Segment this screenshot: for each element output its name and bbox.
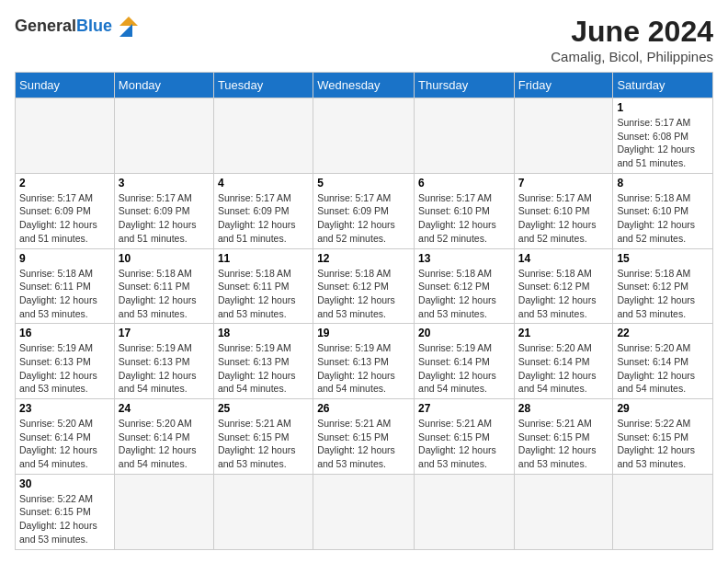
day-info: Sunrise: 5:17 AMSunset: 6:10 PMDaylight:… (518, 191, 609, 246)
day-info: Sunrise: 5:17 AMSunset: 6:09 PMDaylight:… (19, 191, 110, 246)
calendar-cell: 27Sunrise: 5:21 AMSunset: 6:15 PMDayligh… (415, 399, 515, 475)
calendar-cell: 13Sunrise: 5:18 AMSunset: 6:12 PMDayligh… (415, 248, 515, 324)
day-number: 25 (218, 402, 309, 415)
calendar-cell: 29Sunrise: 5:22 AMSunset: 6:15 PMDayligh… (613, 399, 713, 475)
day-number: 2 (19, 177, 110, 190)
calendar-cell: 21Sunrise: 5:20 AMSunset: 6:14 PMDayligh… (514, 324, 613, 399)
week-row-2: 2Sunrise: 5:17 AMSunset: 6:09 PMDaylight… (16, 173, 713, 248)
day-header-thursday: Thursday (415, 73, 515, 98)
calendar-cell: 12Sunrise: 5:18 AMSunset: 6:12 PMDayligh… (313, 248, 415, 324)
day-number: 16 (19, 327, 110, 339)
calendar-cell (114, 98, 213, 174)
day-number: 29 (617, 402, 709, 415)
day-header-saturday: Saturday (613, 73, 713, 98)
week-row-5: 23Sunrise: 5:20 AMSunset: 6:14 PMDayligh… (16, 399, 713, 475)
calendar-cell: 18Sunrise: 5:19 AMSunset: 6:13 PMDayligh… (213, 324, 313, 399)
week-row-1: 1Sunrise: 5:17 AMSunset: 6:08 PMDaylight… (16, 98, 713, 174)
day-info: Sunrise: 5:17 AMSunset: 6:08 PMDaylight:… (617, 116, 709, 170)
day-number: 23 (19, 402, 110, 415)
day-number: 14 (518, 252, 609, 265)
day-info: Sunrise: 5:21 AMSunset: 6:15 PMDaylight:… (518, 417, 609, 471)
day-info: Sunrise: 5:17 AMSunset: 6:10 PMDaylight:… (418, 191, 510, 246)
day-info: Sunrise: 5:19 AMSunset: 6:13 PMDaylight:… (119, 341, 210, 396)
day-header-friday: Friday (514, 73, 613, 98)
day-info: Sunrise: 5:21 AMSunset: 6:15 PMDaylight:… (218, 417, 309, 471)
day-info: Sunrise: 5:18 AMSunset: 6:12 PMDaylight:… (418, 267, 510, 321)
day-info: Sunrise: 5:20 AMSunset: 6:14 PMDaylight:… (518, 341, 609, 396)
calendar-cell: 8Sunrise: 5:18 AMSunset: 6:10 PMDaylight… (613, 173, 713, 248)
day-info: Sunrise: 5:17 AMSunset: 6:09 PMDaylight:… (119, 191, 210, 246)
day-number: 17 (119, 327, 210, 339)
calendar-cell (415, 98, 515, 174)
day-number: 26 (317, 402, 410, 415)
day-number: 3 (119, 177, 210, 190)
calendar-cell: 28Sunrise: 5:21 AMSunset: 6:15 PMDayligh… (514, 399, 613, 475)
day-info: Sunrise: 5:18 AMSunset: 6:12 PMDaylight:… (518, 267, 609, 321)
day-info: Sunrise: 5:17 AMSunset: 6:09 PMDaylight:… (317, 191, 410, 246)
day-header-wednesday: Wednesday (313, 73, 415, 98)
day-info: Sunrise: 5:19 AMSunset: 6:13 PMDaylight:… (19, 341, 110, 396)
day-info: Sunrise: 5:18 AMSunset: 6:12 PMDaylight:… (317, 267, 410, 321)
calendar-cell: 30Sunrise: 5:22 AMSunset: 6:15 PMDayligh… (16, 474, 115, 549)
day-info: Sunrise: 5:17 AMSunset: 6:09 PMDaylight:… (218, 191, 309, 246)
calendar-cell: 3Sunrise: 5:17 AMSunset: 6:09 PMDaylight… (114, 173, 213, 248)
calendar-cell (313, 98, 415, 174)
day-number: 1 (617, 101, 709, 114)
day-number: 21 (518, 327, 609, 339)
calendar-cell (213, 474, 313, 549)
day-number: 6 (418, 177, 510, 190)
day-info: Sunrise: 5:18 AMSunset: 6:11 PMDaylight:… (218, 267, 309, 321)
calendar-cell: 5Sunrise: 5:17 AMSunset: 6:09 PMDaylight… (313, 173, 415, 248)
calendar-cell (213, 98, 313, 174)
day-info: Sunrise: 5:19 AMSunset: 6:13 PMDaylight:… (218, 341, 309, 396)
header: GeneralBlue June 2024 Camalig, Bicol, Ph… (15, 15, 713, 64)
calendar-cell: 23Sunrise: 5:20 AMSunset: 6:14 PMDayligh… (16, 399, 115, 475)
day-number: 30 (19, 477, 110, 490)
day-info: Sunrise: 5:18 AMSunset: 6:12 PMDaylight:… (617, 267, 709, 321)
day-number: 27 (418, 402, 510, 415)
day-number: 15 (617, 252, 709, 265)
day-number: 8 (617, 177, 709, 190)
day-info: Sunrise: 5:18 AMSunset: 6:10 PMDaylight:… (617, 191, 709, 246)
calendar-cell: 24Sunrise: 5:20 AMSunset: 6:14 PMDayligh… (114, 399, 213, 475)
day-number: 13 (418, 252, 510, 265)
calendar-cell: 4Sunrise: 5:17 AMSunset: 6:09 PMDaylight… (213, 173, 313, 248)
calendar-cell (313, 474, 415, 549)
week-row-4: 16Sunrise: 5:19 AMSunset: 6:13 PMDayligh… (16, 324, 713, 399)
calendar-cell: 17Sunrise: 5:19 AMSunset: 6:13 PMDayligh… (114, 324, 213, 399)
calendar-cell (114, 474, 213, 549)
day-number: 12 (317, 252, 410, 265)
calendar-cell: 11Sunrise: 5:18 AMSunset: 6:11 PMDayligh… (213, 248, 313, 324)
logo: GeneralBlue (15, 15, 138, 37)
day-number: 9 (19, 252, 110, 265)
calendar-cell: 14Sunrise: 5:18 AMSunset: 6:12 PMDayligh… (514, 248, 613, 324)
calendar-cell (16, 98, 115, 174)
day-header-monday: Monday (114, 73, 213, 98)
day-number: 24 (119, 402, 210, 415)
calendar-cell: 20Sunrise: 5:19 AMSunset: 6:14 PMDayligh… (415, 324, 515, 399)
calendar-cell (514, 474, 613, 549)
calendar-cell (613, 474, 713, 549)
day-number: 11 (218, 252, 309, 265)
logo-text: GeneralBlue (15, 17, 112, 36)
day-info: Sunrise: 5:22 AMSunset: 6:15 PMDaylight:… (617, 417, 709, 471)
title-area: June 2024 Camalig, Bicol, Philippines (551, 15, 713, 64)
day-number: 18 (218, 327, 309, 339)
day-info: Sunrise: 5:20 AMSunset: 6:14 PMDaylight:… (19, 417, 110, 471)
calendar-cell: 7Sunrise: 5:17 AMSunset: 6:10 PMDaylight… (514, 173, 613, 248)
calendar-cell: 2Sunrise: 5:17 AMSunset: 6:09 PMDaylight… (16, 173, 115, 248)
day-info: Sunrise: 5:19 AMSunset: 6:13 PMDaylight:… (317, 341, 410, 396)
calendar-subtitle: Camalig, Bicol, Philippines (551, 49, 713, 64)
calendar-cell: 1Sunrise: 5:17 AMSunset: 6:08 PMDaylight… (613, 98, 713, 174)
calendar-cell: 25Sunrise: 5:21 AMSunset: 6:15 PMDayligh… (213, 399, 313, 475)
day-number: 7 (518, 177, 609, 190)
day-number: 22 (617, 327, 709, 339)
calendar-cell (514, 98, 613, 174)
calendar-cell: 6Sunrise: 5:17 AMSunset: 6:10 PMDaylight… (415, 173, 515, 248)
calendar-cell: 10Sunrise: 5:18 AMSunset: 6:11 PMDayligh… (114, 248, 213, 324)
week-row-3: 9Sunrise: 5:18 AMSunset: 6:11 PMDaylight… (16, 248, 713, 324)
calendar-table: SundayMondayTuesdayWednesdayThursdayFrid… (15, 72, 713, 550)
day-info: Sunrise: 5:18 AMSunset: 6:11 PMDaylight:… (119, 267, 210, 321)
day-info: Sunrise: 5:21 AMSunset: 6:15 PMDaylight:… (317, 417, 410, 471)
day-info: Sunrise: 5:22 AMSunset: 6:15 PMDaylight:… (19, 492, 110, 546)
